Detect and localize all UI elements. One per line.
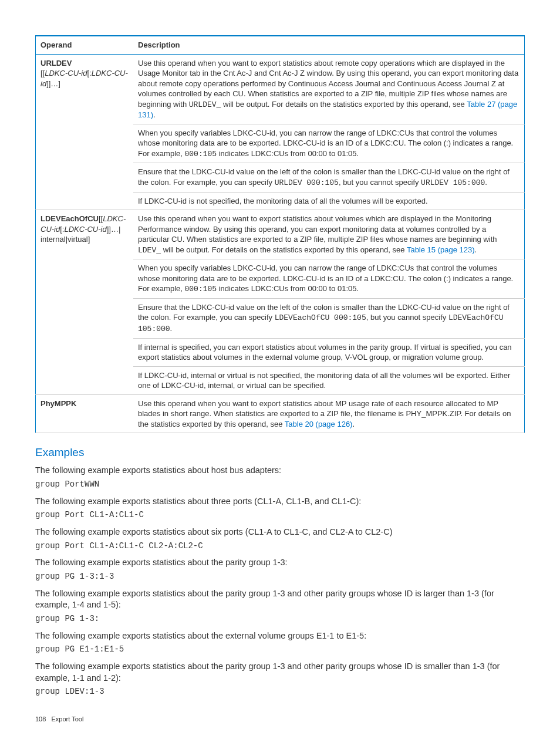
example-code: group PG E1-1:E1-5 <box>35 644 525 655</box>
description-cell: When you specify variables LDKC-CU-id, y… <box>133 124 525 163</box>
example-block: The following example exports statistics… <box>35 465 525 490</box>
link[interactable]: Table 15 (page 123) <box>407 245 475 254</box>
example-code: group PortWWN <box>35 479 525 490</box>
link[interactable]: Table 20 (page 126) <box>285 420 353 428</box>
operand-cell: PhyMPPK <box>36 394 134 433</box>
description-para: When you specify variables LDKC-CU-id, y… <box>138 263 519 295</box>
description-para: Ensure that the LDKC-CU-id value on the … <box>138 167 519 188</box>
example-text: The following example exports statistics… <box>35 557 525 569</box>
example-code: group PG 1-3: <box>35 613 525 625</box>
description-cell: Use this operand when you want to export… <box>133 394 525 433</box>
operand-cell: URLDEV [[LDKC-CU-id[:LDKC-CU-id]]…] <box>36 54 134 210</box>
example-text: The following example exports statistics… <box>35 496 525 508</box>
description-para: If LDKC-CU-id, internal or virtual is no… <box>138 370 519 391</box>
description-para: Use this operand when you want to export… <box>138 399 519 430</box>
description-para: When you specify variables LDKC-CU-id, y… <box>138 128 519 160</box>
operand-args: [[LDKC-CU-id[:LDKC-CU-id]]…] <box>41 69 128 88</box>
description-cell: When you specify variables LDKC-CU-id, y… <box>133 259 525 299</box>
description-cell: Use this operand when you want to export… <box>133 210 525 259</box>
table-row: PhyMPPK Use this operand when you want t… <box>36 394 525 433</box>
description-para: If LDKC-CU-id is not specified, the moni… <box>138 196 519 207</box>
example-code: group Port CL1-A:CL1-C <box>35 509 525 521</box>
description-cell: If LDKC-CU-id, internal or virtual is no… <box>133 366 525 394</box>
example-block: The following example exports statistics… <box>35 496 525 521</box>
example-text: The following example exports statistics… <box>35 465 525 477</box>
operand-line1: LDEVEachOfCU[[LDKC-CU-id[:LDKC-CU-id]]…| <box>41 214 126 234</box>
example-text: The following example exports statistics… <box>35 588 525 611</box>
section-name: Export Tool <box>52 715 84 723</box>
example-block: The following example exports statistics… <box>35 661 525 697</box>
example-code: group Port CL1-A:CL1-C CL2-A:CL2-C <box>35 541 525 552</box>
description-cell: Use this operand when you want to export… <box>133 54 525 124</box>
operand-line2: internal|virtual] <box>41 235 90 244</box>
description-para: Use this operand when you want to export… <box>138 214 519 255</box>
description-cell: If internal is specified, you can export… <box>133 338 525 366</box>
example-text: The following example exports statistics… <box>35 526 525 538</box>
example-block: The following example exports statistics… <box>35 630 525 655</box>
operand-name: URLDEV <box>41 59 72 67</box>
example-text: The following example exports statistics… <box>35 630 525 642</box>
description-para: If internal is specified, you can export… <box>138 342 519 363</box>
page-number: 108 <box>35 715 46 723</box>
description-para: Ensure that the LDKC-CU-id value on the … <box>138 302 519 335</box>
example-text: The following example exports statistics… <box>35 661 525 684</box>
header-operand: Operand <box>36 36 134 54</box>
description-cell: Ensure that the LDKC-CU-id value on the … <box>133 298 525 338</box>
operand-cell: LDEVEachOfCU[[LDKC-CU-id[:LDKC-CU-id]]…|… <box>36 210 134 395</box>
example-block: The following example exports statistics… <box>35 588 525 625</box>
header-description: Description <box>133 36 525 54</box>
example-code: group LDEV:1-3 <box>35 686 525 697</box>
operand-name: PhyMPPK <box>41 399 76 408</box>
page-footer: 108 Export Tool <box>35 715 525 724</box>
table-row: URLDEV [[LDKC-CU-id[:LDKC-CU-id]]…] Use … <box>36 54 525 124</box>
examples-heading: Examples <box>35 445 525 460</box>
example-block: The following example exports statistics… <box>35 526 525 551</box>
description-cell: Ensure that the LDKC-CU-id value on the … <box>133 163 525 192</box>
example-block: The following example exports statistics… <box>35 557 525 582</box>
table-row: LDEVEachOfCU[[LDKC-CU-id[:LDKC-CU-id]]…|… <box>36 210 525 259</box>
description-cell: If LDKC-CU-id is not specified, the moni… <box>133 192 525 210</box>
description-para: Use this operand when you want to export… <box>138 58 519 120</box>
example-code: group PG 1-3:1-3 <box>35 571 525 582</box>
operand-table: Operand Description URLDEV [[LDKC-CU-id[… <box>35 35 525 433</box>
